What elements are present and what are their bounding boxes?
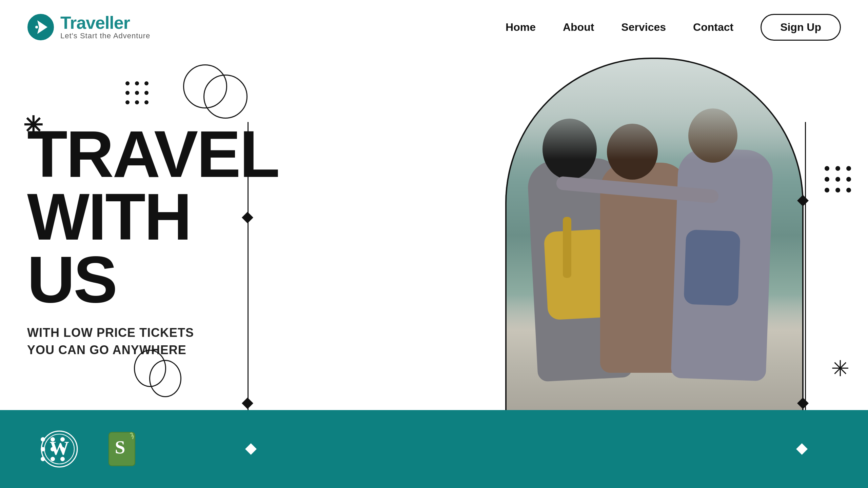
logo-text: Traveller Let's Start the Adventure — [60, 14, 150, 40]
backpack3 — [684, 229, 741, 306]
arch-photo — [505, 58, 804, 413]
dot — [825, 177, 829, 182]
nav-services[interactable]: Services — [621, 21, 666, 34]
dots-right-side — [825, 166, 851, 192]
dot — [51, 457, 55, 461]
circles-bottom-left — [132, 346, 183, 404]
shopify-icon: S — [105, 430, 142, 468]
vertical-line-right — [805, 122, 806, 427]
dot — [60, 447, 65, 451]
dot — [51, 447, 55, 451]
logo-title: Traveller — [60, 14, 150, 32]
nav-about[interactable]: About — [563, 21, 594, 34]
hero-line2: WITH US — [27, 185, 244, 311]
small-circle-2 — [149, 360, 181, 397]
hero-line1: TRAVEL — [27, 123, 244, 185]
tagline-line1: WITH LOW PRICE TICKETS — [27, 324, 244, 341]
dot — [846, 177, 851, 182]
dot — [60, 457, 65, 461]
header: Traveller Let's Start the Adventure Home… — [0, 0, 868, 54]
bottom-bar: W S — [0, 410, 868, 488]
svg-text:S: S — [115, 437, 125, 458]
starburst-bottom-right: ✳ — [831, 358, 849, 380]
diamond-teal-right — [796, 443, 808, 455]
dot — [835, 166, 840, 171]
dot — [41, 447, 45, 451]
logo-subtitle: Let's Start the Adventure — [60, 32, 150, 40]
signup-button[interactable]: Sign Up — [761, 14, 841, 41]
logo-icon — [27, 14, 54, 41]
hero-title: TRAVEL WITH US — [27, 123, 244, 311]
nav-home[interactable]: Home — [506, 21, 536, 34]
navigation: Home About Services Contact Sign Up — [506, 14, 841, 41]
dot — [51, 437, 55, 442]
dot — [825, 166, 829, 171]
dot — [41, 437, 45, 442]
diamond-teal-left — [245, 443, 257, 455]
svg-point-2 — [35, 26, 38, 28]
dot — [825, 188, 829, 192]
backpack1-strap — [563, 217, 571, 278]
main-content: ✳ TRAVEL WITH US WITH LOW PRICE TICKETS … — [0, 54, 868, 488]
vertical-line-left — [248, 122, 249, 427]
dot — [41, 457, 45, 461]
logo: Traveller Let's Start the Adventure — [27, 14, 150, 41]
mountain-fog — [505, 58, 804, 159]
dot — [846, 166, 851, 171]
dot — [835, 188, 840, 192]
dot — [846, 188, 851, 192]
nav-contact[interactable]: Contact — [693, 21, 733, 34]
dot — [835, 177, 840, 182]
arch-container — [505, 58, 804, 413]
dot — [60, 437, 65, 442]
dots-bottom-teal — [41, 437, 65, 461]
